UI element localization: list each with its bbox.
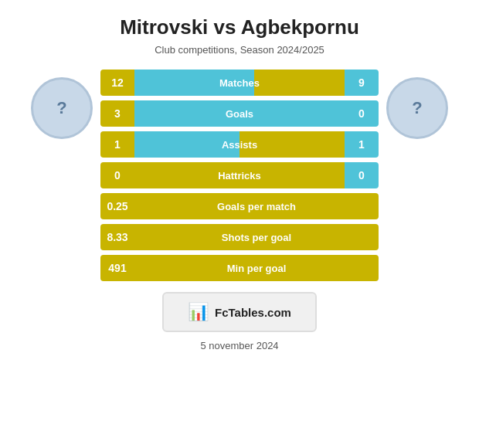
stat-label-4: Goals per match (134, 201, 379, 212)
right-player-avatar: ? (379, 70, 456, 139)
logo-text: FcTables.com (215, 306, 291, 319)
left-avatar-icon: ? (56, 98, 66, 118)
stat-bar-area-0: Matches (134, 70, 345, 96)
stat-left-value-2: 1 (100, 131, 134, 158)
stat-row-6: 491Min per goal (100, 255, 379, 281)
stat-label-0: Matches (134, 77, 345, 89)
stat-row-1: 3Goals0 (100, 100, 379, 127)
stat-row-4: 0.25Goals per match (100, 193, 379, 219)
stat-label-5: Shots per goal (134, 232, 379, 243)
logo-icon: 📊 (188, 302, 209, 322)
stat-left-value-0: 12 (100, 70, 134, 96)
right-avatar-icon: ? (412, 98, 422, 118)
stat-left-value-3: 0 (100, 162, 134, 188)
main-container: Mitrovski vs Agbekpornu Club competition… (0, 0, 479, 448)
stat-left-value-6: 491 (100, 255, 134, 281)
comparison-area: ? 12Matches93Goals01Assists10Hattricks00… (8, 70, 471, 281)
stats-section: 12Matches93Goals01Assists10Hattricks00.2… (100, 70, 379, 281)
stat-row-0: 12Matches9 (100, 70, 379, 96)
stat-left-value-4: 0.25 (100, 193, 134, 219)
logo-area: 📊 FcTables.com (162, 292, 317, 332)
stat-bar-area-6: Min per goal (134, 255, 379, 281)
stat-label-1: Goals (134, 108, 345, 120)
date-text: 5 november 2024 (200, 340, 278, 351)
page-subtitle: Club competitions, Season 2024/2025 (155, 44, 324, 56)
left-player-avatar: ? (23, 70, 100, 139)
stat-row-3: 0Hattricks0 (100, 162, 379, 188)
stat-label-6: Min per goal (134, 263, 379, 274)
stat-right-value-0: 9 (345, 70, 379, 96)
stat-row-2: 1Assists1 (100, 131, 379, 158)
stat-label-2: Assists (134, 139, 345, 151)
page-title: Mitrovski vs Agbekpornu (120, 15, 359, 39)
stat-bar-area-1: Goals (134, 100, 345, 127)
stat-label-3: Hattricks (134, 170, 345, 182)
right-avatar-circle: ? (386, 77, 448, 139)
stat-left-value-1: 3 (100, 100, 134, 127)
stat-right-value-1: 0 (345, 100, 379, 127)
stat-right-value-3: 0 (345, 162, 379, 188)
stat-left-value-5: 8.33 (100, 224, 134, 250)
stat-bar-area-3: Hattricks (134, 162, 345, 188)
stat-right-value-2: 1 (345, 131, 379, 158)
stat-bar-area-4: Goals per match (134, 193, 379, 219)
stat-bar-area-5: Shots per goal (134, 224, 379, 250)
stat-row-5: 8.33Shots per goal (100, 224, 379, 250)
stat-bar-area-2: Assists (134, 131, 345, 158)
left-avatar-circle: ? (31, 77, 93, 139)
